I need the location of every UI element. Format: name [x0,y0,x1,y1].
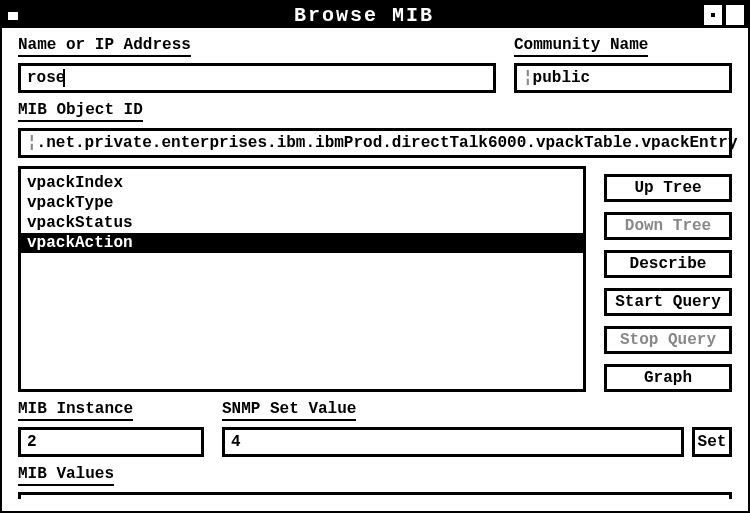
system-menu-button[interactable] [2,2,24,28]
list-item[interactable]: vpackAction [21,233,583,253]
name-ip-input[interactable]: rose [18,63,496,93]
name-ip-label: Name or IP Address [18,36,191,57]
start-query-button[interactable]: Start Query [604,288,732,316]
set-value-input[interactable]: 4 [222,427,684,457]
object-list[interactable]: vpackIndex vpackType vpackStatus vpackAc… [18,166,586,392]
text-cursor [63,69,65,87]
minimize-button[interactable] [704,5,722,25]
list-item[interactable]: vpackType [21,193,583,213]
mib-values-label: MIB Values [18,465,114,486]
window-content: Name or IP Address rose Community Name ¦… [2,28,748,499]
list-item[interactable]: vpackIndex [21,173,583,193]
maximize-button[interactable] [726,5,744,25]
object-id-input[interactable]: ¦.net.private.enterprises.ibm.ibmProd.di… [18,128,732,158]
object-id-label: MIB Object ID [18,101,143,122]
graph-button[interactable]: Graph [604,364,732,392]
up-tree-button[interactable]: Up Tree [604,174,732,202]
window-title: Browse MIB [24,4,704,27]
browse-mib-window: Browse MIB Name or IP Address rose Commu… [0,0,750,513]
community-input[interactable]: ¦public [514,63,732,93]
set-button[interactable]: Set [692,427,732,457]
community-label: Community Name [514,36,648,57]
set-value-label: SNMP Set Value [222,400,356,421]
mib-values-area[interactable] [18,492,732,499]
titlebar: Browse MIB [2,2,748,28]
instance-label: MIB Instance [18,400,133,421]
instance-input[interactable]: 2 [18,427,204,457]
list-item[interactable]: vpackStatus [21,213,583,233]
down-tree-button: Down Tree [604,212,732,240]
stop-query-button: Stop Query [604,326,732,354]
describe-button[interactable]: Describe [604,250,732,278]
